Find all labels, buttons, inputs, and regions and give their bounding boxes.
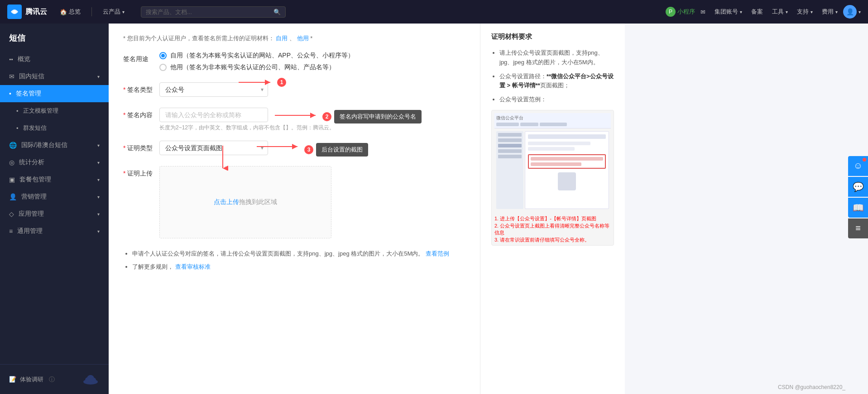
example-image: 微信公众平台 (491, 110, 614, 246)
example-img-content: 微信公众平台 (492, 110, 614, 214)
domestic-icon: ✉ (9, 73, 14, 80)
note2-link[interactable]: 查看审核标准 (175, 263, 211, 270)
miniprogram-icon: P (666, 7, 676, 17)
sidebar-item-template[interactable]: • 正文模板管理 (0, 102, 109, 119)
annotation-bubble-2: 签名内容写申请到的公众号名 (334, 110, 422, 123)
overview-icon: ▪▪ (9, 56, 13, 62)
email-icon: ✉ (700, 9, 705, 15)
nav-backup[interactable]: 备案 (748, 8, 767, 16)
menu-icon: ≡ (855, 223, 861, 233)
sidebar-item-overview[interactable]: ▪▪ 概览 (0, 51, 109, 68)
right-panel: 证明材料要求 请上传公众号设置页面截图，支持png、jpg、jpeg 格式的图片… (480, 24, 625, 394)
proof-type-label: 证明类型 (123, 141, 159, 152)
arrow-2 (273, 111, 318, 120)
nav-billing[interactable]: 费用 ▾ (818, 8, 841, 16)
nav-group-account[interactable]: 集团账号 ▾ (711, 8, 746, 16)
annotation-1: 1 (277, 78, 286, 87)
form-row-proof-container: 证明类型 公众号设置页面截图 营业执照 组织机构代码证 3 (123, 141, 465, 155)
chevron-down-icon-billing: ▾ (835, 9, 838, 14)
book-icon: 📖 (853, 202, 864, 213)
upload-label: 证明上传 (123, 166, 159, 178)
appmanage-icon: ◇ (9, 210, 14, 218)
marketing-icon: 👤 (9, 193, 17, 200)
sidebar-item-intl[interactable]: 🌐 国际/港澳台短信 ▾ (0, 137, 109, 154)
notice-self-use-link[interactable]: 自用 (276, 35, 288, 42)
user-avatar[interactable]: 👤 (843, 5, 857, 19)
float-btn-menu[interactable]: ≡ (848, 218, 868, 238)
usage-radio-group: 自用（签名为本账号实名认证的网站、APP、公众号、小程序等） 他用（签名为非本账… (159, 52, 465, 71)
sidebar-item-stats[interactable]: ◎ 统计分析 ▾ (0, 154, 109, 171)
chevron-package: ▾ (97, 177, 100, 182)
annotation-number-2: 2 (322, 112, 331, 121)
sidebar-item-marketing[interactable]: 👤 营销管理 ▾ (0, 188, 109, 205)
type-control: 公众号 APP 网站 小程序 企业名称 品牌名称 (159, 82, 465, 97)
nav-products[interactable]: 云产品 ▾ (99, 8, 128, 16)
content-area: * 您目前为个人认证用户，查看签名所需上传的证明材料： 自用 、 他用 * 签名… (109, 24, 868, 394)
chevron-down-icon-support: ▾ (810, 9, 813, 14)
note-item-2: 了解更多规则， 查看审核标准 (132, 262, 465, 272)
note1-link[interactable]: 查看范例 (426, 250, 449, 257)
dot-bulk-icon: • (16, 125, 19, 132)
nav-email[interactable]: ✉ (697, 9, 709, 15)
sidebar-title: 短信 (0, 24, 109, 49)
content-input[interactable] (159, 108, 268, 122)
top-navigation: 腾讯云 🏠 总览 云产品 ▾ 🔍 P 小程序 ✉ 集团账号 ▾ 备案 工具 ▾ (0, 0, 868, 24)
search-input[interactable] (146, 9, 270, 15)
cloud-img (82, 372, 100, 387)
type-label: 签名类型 (123, 82, 159, 94)
smiley-icon: ☺ (854, 161, 863, 171)
notice-other-use-link[interactable]: 他用 (297, 35, 309, 42)
content-hint: 长度为2~12字，由中英文、数字组成，内容不包含【】。范例：腾讯云。 (159, 124, 465, 132)
arrow-down-container (214, 143, 232, 172)
nav-divider (91, 7, 92, 16)
form-row-usage: 签名用途 自用（签名为本账号实名认证的网站、APP、公众号、小程序等） 他用（签… (123, 52, 465, 71)
float-btn-chat[interactable]: 💬 (848, 177, 868, 197)
chat-icon: 💬 (853, 181, 864, 192)
float-btn-book[interactable]: 📖 (848, 198, 868, 218)
float-badge (863, 158, 866, 161)
panel-item-2: 公众号设置范例： (499, 95, 614, 104)
chevron-down-icon: ▾ (122, 9, 125, 14)
main-layout: 短信 ▪▪ 概览 ✉ 国内短信 ▾ • 签名管理 • 正文模板管理 (0, 24, 868, 394)
general-icon: ≡ (9, 228, 13, 235)
sidebar-item-general[interactable]: ≡ 通用管理 ▾ (0, 223, 109, 240)
package-icon: ▣ (9, 176, 15, 183)
panel-list: 请上传公众号设置页面截图，支持png、jpg、jpeg 格式的图片，大小在5M内… (491, 48, 614, 104)
radio-other-use-circle (159, 64, 167, 71)
search-bar[interactable]: 🔍 (141, 6, 286, 18)
form-row-content-container: 签名内容 长度为2~12字，由中英文、数字组成，内容不包含【】。范例：腾讯云。 … (123, 108, 465, 132)
annotation-bubble-3: 后台设置的截图 (316, 143, 368, 157)
nav-tools[interactable]: 工具 ▾ (768, 8, 791, 16)
sidebar-item-domestic[interactable]: ✉ 国内短信 ▾ (0, 68, 109, 85)
chevron-down-icon-user: ▾ (858, 9, 861, 14)
chevron-intl: ▾ (97, 143, 100, 148)
upload-dropzone[interactable]: 点击上传拖拽到此区域 (159, 166, 331, 238)
form-row-type: 签名类型 公众号 APP 网站 小程序 企业名称 品牌名称 (123, 82, 465, 97)
radio-self-use[interactable]: 自用（签名为本账号实名认证的网站、APP、公众号、小程序等） (159, 52, 465, 60)
sidebar-item-package[interactable]: ▣ 套餐包管理 ▾ (0, 171, 109, 188)
info-icon: ⓘ (49, 375, 55, 384)
miniprogram-btn[interactable]: P 小程序 (666, 7, 695, 17)
float-btn-smiley[interactable]: ☺ (848, 156, 868, 176)
logo[interactable]: 腾讯云 (7, 5, 47, 19)
sidebar-section-main: ▪▪ 概览 ✉ 国内短信 ▾ • 签名管理 • 正文模板管理 • 群发短信 (0, 49, 109, 242)
sidebar-item-appmanage[interactable]: ◇ 应用管理 ▾ (0, 205, 109, 223)
sidebar-item-signature[interactable]: • 签名管理 (0, 85, 109, 102)
radio-self-use-circle (159, 52, 167, 59)
chevron-down-icon-tools: ▾ (786, 9, 788, 14)
nav-support[interactable]: 支持 ▾ (793, 8, 816, 16)
content-label: 签名内容 (123, 108, 159, 119)
nav-right: P 小程序 ✉ 集团账号 ▾ 备案 工具 ▾ 支持 ▾ 费用 ▾ 👤 ▾ (666, 5, 861, 19)
radio-other-use[interactable]: 他用（签名为非本账号实名认证的公司、网站、产品名等） (159, 63, 465, 71)
upload-link[interactable]: 点击上传 (214, 198, 239, 205)
intl-icon: 🌐 (9, 142, 17, 149)
nav-home[interactable]: 🏠 总览 (56, 8, 84, 16)
image-note: 1. 进上传【公众号设置】-【帐号详情】页截图 2. 公众号设置页上截图上看得清… (492, 214, 614, 245)
annotation-2-container: 2 签名内容写申请到的公众号名 (322, 110, 422, 123)
side-float-buttons: ☺ 💬 📖 ≡ (848, 156, 868, 238)
form-row-type-container: 签名类型 公众号 APP 网站 小程序 企业名称 品牌名称 (123, 82, 465, 97)
sidebar-bottom-survey[interactable]: 📝 体验调研 ⓘ (0, 364, 109, 394)
sidebar-item-bulk[interactable]: • 群发短信 (0, 119, 109, 137)
dot-template-icon: • (16, 108, 19, 114)
notes-list: 申请个人认证公众号对应的签名，请上传公众号设置页面截图，支持png、jpg、jp… (123, 249, 465, 272)
